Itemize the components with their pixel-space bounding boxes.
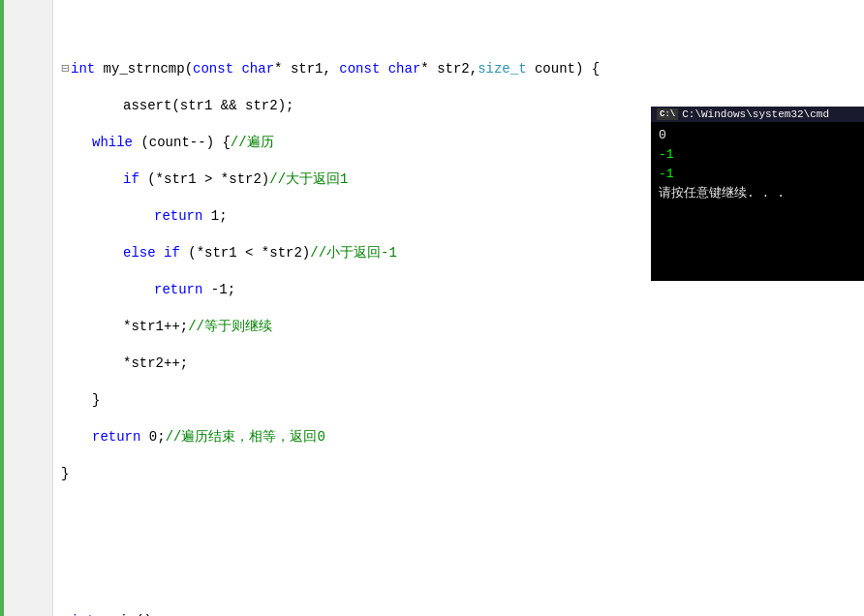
code-content: ⊟int my_strncmp(const char* str1, const …: [53, 0, 864, 616]
term-line-3: -1: [659, 165, 856, 184]
terminal-body: 0 -1 -1 请按任意键继续. . .: [651, 122, 864, 281]
term-line-1: 0: [659, 126, 856, 145]
main-container: ⊟int my_strncmp(const char* str1, const …: [0, 0, 864, 616]
green-indicator: [0, 0, 4, 616]
code-line-str2-inc: *str2++;: [61, 354, 864, 373]
terminal-title: C:\Windows\system32\cmd: [682, 108, 829, 120]
code-line-return0: return 0;//遍历结束，相等，返回0: [61, 428, 864, 447]
term-line-4: 请按任意键继续. . .: [659, 184, 856, 203]
code-line-str1-inc: *str1++;//等于则继续: [61, 318, 864, 336]
code-editor[interactable]: ⊟int my_strncmp(const char* str1, const …: [53, 0, 864, 616]
code-line-blank: [61, 23, 864, 42]
code-line-main-def: ⊟int main(): [61, 612, 864, 616]
code-line-blank4: [61, 575, 864, 594]
code-line-return-neg1: return -1;: [61, 281, 864, 299]
code-line-blank2: [61, 502, 864, 520]
terminal-window: C:\ C:\Windows\system32\cmd 0 -1 -1 请按任意…: [651, 107, 864, 281]
code-line-close-while: }: [61, 391, 864, 410]
cmd-icon: C:\: [657, 108, 678, 120]
terminal-titlebar: C:\ C:\Windows\system32\cmd: [651, 107, 864, 122]
code-line-funcdef: ⊟int my_strncmp(const char* str1, const …: [61, 60, 864, 78]
term-line-2: -1: [659, 145, 856, 165]
line-gutter: [0, 0, 53, 616]
code-line-close-fn: }: [61, 465, 864, 483]
code-line-blank3: [61, 539, 864, 557]
